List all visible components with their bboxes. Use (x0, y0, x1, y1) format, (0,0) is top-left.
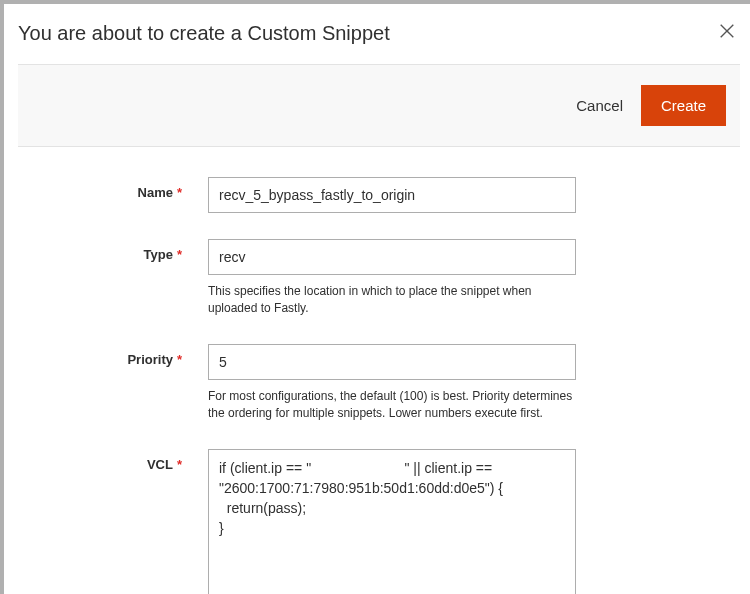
priority-help-text: For most configurations, the default (10… (208, 388, 576, 423)
required-mark: * (177, 457, 182, 472)
required-mark: * (177, 185, 182, 200)
required-mark: * (177, 247, 182, 262)
required-mark: * (177, 352, 182, 367)
vcl-label-col: VCL* (64, 449, 208, 472)
type-help-text: This specifies the location in which to … (208, 283, 576, 318)
name-label: Name (138, 185, 173, 200)
priority-input[interactable] (208, 344, 576, 380)
form-body: Name* Type* This specifies the location … (4, 147, 750, 594)
custom-snippet-modal: You are about to create a Custom Snippet… (4, 4, 750, 594)
type-label: Type (144, 247, 173, 262)
vcl-textarea[interactable] (208, 449, 576, 594)
modal-title: You are about to create a Custom Snippet (18, 22, 390, 45)
type-label-col: Type* (64, 239, 208, 262)
action-bar: Cancel Create (18, 64, 740, 147)
type-input[interactable] (208, 239, 576, 275)
close-icon[interactable] (710, 18, 740, 48)
cancel-button[interactable]: Cancel (576, 97, 623, 114)
modal-header: You are about to create a Custom Snippet (4, 4, 750, 64)
vcl-label: VCL (147, 457, 173, 472)
form-row-name: Name* (64, 177, 694, 213)
priority-label-col: Priority* (64, 344, 208, 367)
form-row-priority: Priority* For most configurations, the d… (64, 344, 694, 423)
form-row-type: Type* This specifies the location in whi… (64, 239, 694, 318)
priority-label: Priority (127, 352, 173, 367)
form-row-vcl: VCL* (64, 449, 694, 594)
name-input[interactable] (208, 177, 576, 213)
name-label-col: Name* (64, 177, 208, 200)
create-button[interactable]: Create (641, 85, 726, 126)
